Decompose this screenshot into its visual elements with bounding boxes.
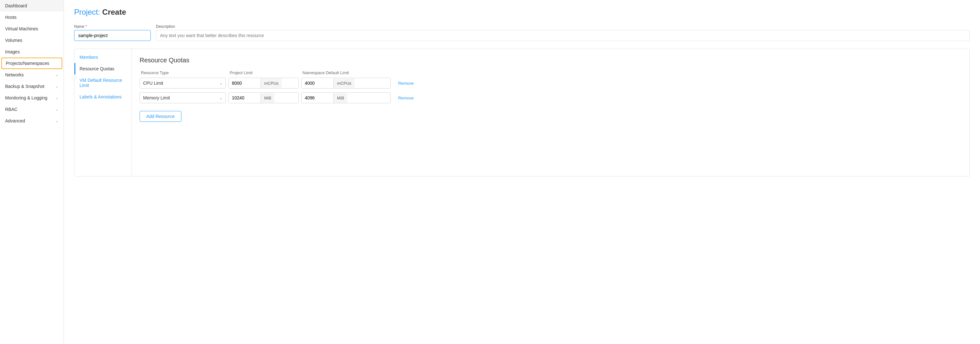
chevron-down-icon: ⌄ bbox=[55, 84, 59, 88]
sidebar-item-advanced[interactable]: Advanced ⌄ bbox=[0, 115, 64, 126]
memory-project-limit-input[interactable] bbox=[229, 93, 261, 103]
remove-cpu-button[interactable]: Remove bbox=[393, 80, 419, 87]
resource-quotas-title: Resource Quotas bbox=[140, 57, 962, 64]
main-content: Project: Create Name * Description Membe… bbox=[64, 0, 980, 344]
chevron-down-icon: ⌄ bbox=[55, 73, 59, 77]
col-resource-type: Resource Type bbox=[141, 70, 227, 75]
cpu-project-limit-unit: mCPUs bbox=[261, 78, 282, 88]
page-title: Project: Create bbox=[74, 8, 970, 17]
resource-type-select-cpu[interactable]: CPU Limit ⌄ bbox=[140, 78, 226, 88]
add-resource-button[interactable]: Add Resource bbox=[140, 111, 181, 122]
chevron-down-icon: ⌄ bbox=[55, 118, 59, 123]
form-row: Name * Description bbox=[74, 24, 970, 41]
sidebar-item-volumes[interactable]: Volumes bbox=[0, 35, 64, 46]
memory-project-limit-group: MiB bbox=[228, 93, 299, 103]
chevron-down-icon: ⌄ bbox=[55, 107, 59, 112]
memory-namespace-limit-group: MiB bbox=[301, 93, 391, 103]
sidebar-item-images[interactable]: Images bbox=[0, 46, 64, 58]
quota-row-cpu: CPU Limit ⌄ mCPUs mCPUs Remove bbox=[140, 78, 962, 88]
sub-navigation: Members Resource Quotas VM Default Resou… bbox=[75, 49, 132, 176]
sidebar-item-virtual-machines[interactable]: Virtual Machines bbox=[0, 23, 64, 35]
memory-namespace-limit-unit: MiB bbox=[334, 93, 347, 103]
memory-project-limit-unit: MiB bbox=[261, 93, 274, 103]
sidebar-item-hosts[interactable]: Hosts bbox=[0, 11, 64, 23]
cpu-namespace-limit-input[interactable] bbox=[302, 78, 334, 88]
sub-nav-item-vm-default-resource-limit[interactable]: VM Default Resource Limit bbox=[75, 75, 132, 91]
description-label: Description bbox=[156, 24, 970, 29]
description-input[interactable] bbox=[156, 30, 970, 41]
sub-nav-item-resource-quotas[interactable]: Resource Quotas bbox=[75, 63, 132, 75]
name-input[interactable] bbox=[74, 30, 151, 41]
remove-memory-button[interactable]: Remove bbox=[393, 94, 419, 102]
sub-nav-item-labels-annotations[interactable]: Labels & Annotations bbox=[75, 91, 132, 102]
chevron-down-icon: ⌄ bbox=[220, 81, 222, 85]
sidebar-item-backup-snapshot[interactable]: Backup & Snapshot ⌄ bbox=[0, 80, 64, 92]
cpu-namespace-limit-unit: mCPUs bbox=[334, 78, 355, 88]
col-namespace-default-limit: Namespace Default Limit bbox=[302, 70, 392, 75]
sidebar-item-networks[interactable]: Networks ⌄ bbox=[0, 69, 64, 80]
resource-type-select-memory[interactable]: Memory Limit ⌄ bbox=[140, 93, 226, 103]
sidebar-item-monitoring-logging[interactable]: Monitoring & Logging ⌄ bbox=[0, 92, 64, 104]
content-area: Members Resource Quotas VM Default Resou… bbox=[74, 49, 970, 176]
quota-row-memory: Memory Limit ⌄ MiB MiB Remove bbox=[140, 93, 962, 103]
description-field-container: Description bbox=[156, 24, 970, 41]
sidebar: Dashboard Hosts Virtual Machines Volumes… bbox=[0, 0, 64, 344]
resource-quotas-panel: Resource Quotas Resource Type Project Li… bbox=[132, 49, 969, 176]
memory-namespace-limit-input[interactable] bbox=[302, 93, 334, 103]
name-field-container: Name * bbox=[74, 24, 151, 41]
sidebar-item-dashboard[interactable]: Dashboard bbox=[0, 0, 64, 11]
cpu-project-limit-group: mCPUs bbox=[228, 78, 299, 88]
name-label: Name * bbox=[74, 24, 151, 29]
cpu-project-limit-input[interactable] bbox=[229, 78, 261, 88]
cpu-namespace-limit-group: mCPUs bbox=[301, 78, 391, 88]
sidebar-item-projects-namespaces[interactable]: Projects/Namespaces bbox=[1, 58, 62, 69]
col-project-limit: Project Limit bbox=[230, 70, 300, 75]
chevron-down-icon: ⌄ bbox=[55, 96, 59, 100]
sub-nav-item-members[interactable]: Members bbox=[75, 51, 132, 63]
quota-table-headers: Resource Type Project Limit Namespace De… bbox=[140, 70, 962, 75]
sidebar-item-rbac[interactable]: RBAC ⌄ bbox=[0, 104, 64, 115]
chevron-down-icon: ⌄ bbox=[220, 96, 222, 100]
